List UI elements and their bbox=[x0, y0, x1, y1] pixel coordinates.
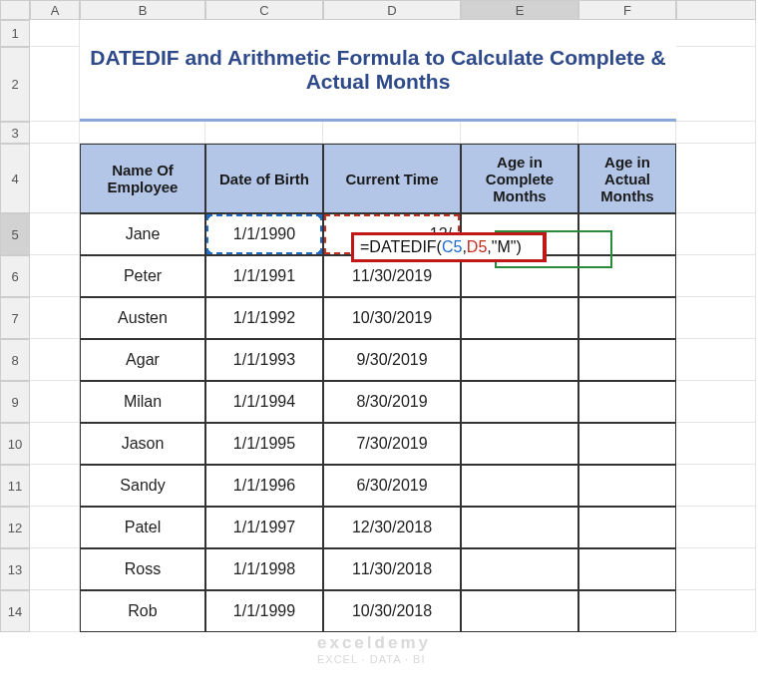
cell-e8[interactable] bbox=[461, 339, 578, 381]
col-header-a[interactable]: A bbox=[30, 0, 80, 20]
row-header-1[interactable]: 1 bbox=[0, 20, 30, 47]
cell-e14[interactable] bbox=[461, 590, 578, 632]
cell-a14[interactable] bbox=[30, 590, 80, 632]
cell-e9[interactable] bbox=[461, 381, 578, 423]
cell-c8[interactable]: 1/1/1993 bbox=[205, 339, 323, 381]
cell-c12[interactable]: 1/1/1997 bbox=[205, 507, 323, 548]
cell-g1[interactable] bbox=[578, 122, 676, 144]
cell-g14[interactable] bbox=[676, 590, 756, 632]
cell-f12[interactable] bbox=[578, 507, 676, 548]
cell-a6[interactable] bbox=[30, 255, 80, 297]
row-header-3[interactable]: 3 bbox=[0, 122, 30, 144]
cell-f6[interactable] bbox=[578, 255, 676, 297]
cell-g11[interactable] bbox=[676, 465, 756, 507]
cell-d11[interactable]: 6/30/2019 bbox=[323, 465, 461, 507]
row-header-14[interactable]: 14 bbox=[0, 590, 30, 632]
cell-c9[interactable]: 1/1/1994 bbox=[205, 381, 323, 423]
cell-a11[interactable] bbox=[30, 465, 80, 507]
cell-c13[interactable]: 1/1/1998 bbox=[205, 548, 323, 590]
cell-b13[interactable]: Ross bbox=[80, 548, 205, 590]
cell-b11[interactable]: Sandy bbox=[80, 465, 205, 507]
cell-e1[interactable] bbox=[323, 122, 461, 144]
cell-g2[interactable] bbox=[676, 47, 756, 122]
cell-g4[interactable] bbox=[676, 144, 756, 213]
select-all-corner[interactable] bbox=[0, 0, 30, 20]
cell-e12[interactable] bbox=[461, 507, 578, 548]
col-header-d[interactable]: D bbox=[323, 0, 461, 20]
cell-f10[interactable] bbox=[578, 423, 676, 465]
cell-f14[interactable] bbox=[578, 590, 676, 632]
row-header-2[interactable]: 2 bbox=[0, 47, 30, 122]
row-header-5[interactable]: 5 bbox=[0, 213, 30, 255]
cell-c10[interactable]: 1/1/1995 bbox=[205, 423, 323, 465]
cell-c11[interactable]: 1/1/1996 bbox=[205, 465, 323, 507]
cell-c14[interactable]: 1/1/1999 bbox=[205, 590, 323, 632]
cell-g10[interactable] bbox=[676, 423, 756, 465]
cell-g6[interactable] bbox=[676, 255, 756, 297]
row-header-13[interactable]: 13 bbox=[0, 548, 30, 590]
row-header-9[interactable]: 9 bbox=[0, 381, 30, 423]
cell-c7[interactable]: 1/1/1992 bbox=[205, 297, 323, 339]
cell-c6[interactable]: 1/1/1991 bbox=[205, 255, 323, 297]
cell-b8[interactable]: Agar bbox=[80, 339, 205, 381]
cell-e10[interactable] bbox=[461, 423, 578, 465]
cell-d14[interactable]: 10/30/2018 bbox=[323, 590, 461, 632]
cell-a4[interactable] bbox=[30, 144, 80, 213]
formula-edit-box[interactable]: =DATEDIF(C5,D5,"M") bbox=[351, 232, 547, 262]
cell-d13[interactable]: 11/30/2018 bbox=[323, 548, 461, 590]
cell-a10[interactable] bbox=[30, 423, 80, 465]
cell-b9[interactable]: Milan bbox=[80, 381, 205, 423]
row-header-10[interactable]: 10 bbox=[0, 423, 30, 465]
cell-g9[interactable] bbox=[676, 381, 756, 423]
cell-b7[interactable]: Austen bbox=[80, 297, 205, 339]
cell-g8[interactable] bbox=[676, 339, 756, 381]
row-header-4[interactable]: 4 bbox=[0, 144, 30, 213]
cell-a8[interactable] bbox=[30, 339, 80, 381]
cell-f9[interactable] bbox=[578, 381, 676, 423]
cell-a9[interactable] bbox=[30, 381, 80, 423]
row-header-6[interactable]: 6 bbox=[0, 255, 30, 297]
cell-d8[interactable]: 9/30/2019 bbox=[323, 339, 461, 381]
cell-e7[interactable] bbox=[461, 297, 578, 339]
cell-b5[interactable]: Jane bbox=[80, 213, 205, 255]
cell-a5[interactable] bbox=[30, 213, 80, 255]
row-header-11[interactable]: 11 bbox=[0, 465, 30, 507]
cell-a12[interactable] bbox=[30, 507, 80, 548]
cell-d9[interactable]: 8/30/2019 bbox=[323, 381, 461, 423]
row-header-7[interactable]: 7 bbox=[0, 297, 30, 339]
cell-a3[interactable] bbox=[30, 122, 80, 144]
cell-d10[interactable]: 7/30/2019 bbox=[323, 423, 461, 465]
cell-c5[interactable]: 1/1/1990 bbox=[205, 213, 323, 255]
cell-g5[interactable] bbox=[676, 213, 756, 255]
cell-c1[interactable] bbox=[80, 122, 205, 144]
cell-f5[interactable] bbox=[578, 213, 676, 255]
cell-a7[interactable] bbox=[30, 297, 80, 339]
row-header-8[interactable]: 8 bbox=[0, 339, 30, 381]
col-header-f[interactable]: F bbox=[578, 0, 676, 20]
cell-a1[interactable] bbox=[30, 20, 80, 47]
cell-d12[interactable]: 12/30/2018 bbox=[323, 507, 461, 548]
cell-g13[interactable] bbox=[676, 548, 756, 590]
cell-f7[interactable] bbox=[578, 297, 676, 339]
cell-b14[interactable]: Rob bbox=[80, 590, 205, 632]
cell-b12[interactable]: Patel bbox=[80, 507, 205, 548]
cell-g12[interactable] bbox=[676, 507, 756, 548]
col-header-c[interactable]: C bbox=[205, 0, 323, 20]
cell-b6[interactable]: Peter bbox=[80, 255, 205, 297]
cell-b1[interactable] bbox=[676, 20, 756, 47]
cell-a2[interactable] bbox=[30, 47, 80, 122]
cell-e13[interactable] bbox=[461, 548, 578, 590]
col-header-b[interactable]: B bbox=[80, 0, 205, 20]
cell-d1[interactable] bbox=[205, 122, 323, 144]
cell-g3[interactable] bbox=[676, 122, 756, 144]
cell-g7[interactable] bbox=[676, 297, 756, 339]
row-header-12[interactable]: 12 bbox=[0, 507, 30, 548]
cell-f8[interactable] bbox=[578, 339, 676, 381]
cell-b10[interactable]: Jason bbox=[80, 423, 205, 465]
cell-f13[interactable] bbox=[578, 548, 676, 590]
col-header-blank[interactable] bbox=[676, 0, 756, 20]
cell-f11[interactable] bbox=[578, 465, 676, 507]
cell-d7[interactable]: 10/30/2019 bbox=[323, 297, 461, 339]
cell-e11[interactable] bbox=[461, 465, 578, 507]
col-header-e[interactable]: E bbox=[461, 0, 578, 20]
